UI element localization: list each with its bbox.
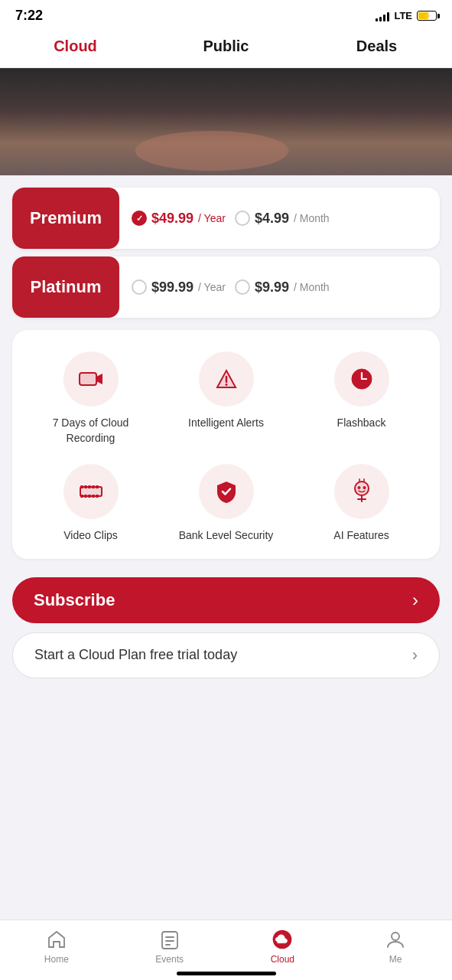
premium-card: Premium $49.99 / Year $4.99 / Month [12, 188, 440, 249]
camera-icon-circle [63, 351, 119, 407]
bottom-nav-cloud[interactable]: Cloud [226, 928, 340, 965]
premium-month-period: / Month [294, 212, 330, 224]
cloud-icon [271, 928, 294, 951]
lte-label: LTE [394, 10, 412, 21]
ai-icon [349, 479, 375, 505]
platinum-month-option[interactable]: $9.99 / Month [235, 279, 330, 296]
shield-icon-circle [199, 464, 254, 519]
svg-rect-28 [162, 932, 177, 949]
cloud-label: Cloud [271, 954, 294, 965]
platinum-month-price: $9.99 [255, 279, 289, 296]
shield-icon [213, 479, 239, 505]
top-nav: Cloud Public Deals [0, 28, 452, 68]
svg-rect-15 [80, 495, 83, 498]
tab-deals[interactable]: Deals [301, 34, 452, 58]
status-time: 7:22 [15, 8, 43, 24]
trial-button[interactable]: Start a Cloud Plan free trial today › [12, 632, 440, 678]
subscribe-arrow-icon: › [412, 590, 418, 611]
filmstrip-icon [78, 479, 104, 505]
platinum-month-period: / Month [294, 281, 330, 293]
platinum-year-option[interactable]: $99.99 / Year [132, 279, 226, 296]
feature-security: Bank Level Security [163, 464, 289, 544]
clock-icon [349, 366, 375, 392]
status-icons: LTE ⚡ [376, 10, 437, 21]
platinum-options: $99.99 / Year $9.99 / Month [119, 279, 440, 296]
svg-rect-11 [84, 485, 87, 488]
premium-label: Premium [12, 188, 119, 249]
events-icon [158, 928, 181, 951]
premium-month-radio[interactable] [235, 211, 250, 226]
svg-rect-10 [80, 485, 83, 488]
svg-rect-12 [88, 485, 91, 488]
subscribe-label: Subscribe [34, 590, 115, 610]
subscribe-button[interactable]: Subscribe › [12, 577, 440, 623]
me-icon [384, 928, 407, 951]
tab-cloud[interactable]: Cloud [0, 34, 151, 58]
features-card: 7 Days of Cloud Recording Intelligent Al… [12, 330, 440, 559]
camera-icon [78, 366, 104, 392]
feature-ai-label: AI Features [333, 528, 389, 544]
svg-rect-16 [84, 495, 87, 498]
trial-label: Start a Cloud Plan free trial today [34, 647, 237, 663]
platinum-card: Platinum $99.99 / Year $9.99 / Month [12, 256, 440, 318]
feature-videoclips-label: Video Clips [63, 528, 118, 544]
me-label: Me [389, 954, 402, 965]
filmstrip-icon-circle [63, 464, 119, 519]
premium-year-option[interactable]: $49.99 / Year [132, 211, 226, 227]
tab-public[interactable]: Public [151, 34, 301, 58]
feature-cloud-recording: 7 Days of Cloud Recording [28, 351, 154, 446]
platinum-year-price: $99.99 [151, 279, 193, 296]
bottom-nav-me[interactable]: Me [339, 928, 452, 965]
battery-icon: ⚡ [417, 11, 437, 21]
feature-ai: AI Features [298, 464, 424, 544]
svg-rect-8 [80, 487, 102, 496]
svg-point-3 [225, 384, 227, 386]
bottom-nav-home[interactable]: Home [0, 928, 113, 965]
svg-point-23 [363, 486, 366, 489]
svg-rect-19 [96, 495, 99, 498]
events-label: Events [155, 954, 184, 965]
feature-alerts-label: Intelligent Alerts [188, 416, 264, 431]
ai-icon-circle [334, 464, 389, 519]
premium-options: $49.99 / Year $4.99 / Month [119, 211, 440, 227]
premium-month-price: $4.99 [255, 211, 289, 227]
signal-icon [376, 11, 389, 21]
platinum-label: Platinum [12, 256, 119, 318]
feature-flashback-label: Flashback [337, 416, 386, 431]
svg-rect-18 [92, 495, 95, 498]
platinum-month-radio[interactable] [235, 279, 250, 295]
bottom-nav-events[interactable]: Events [113, 928, 226, 965]
svg-rect-0 [80, 373, 96, 385]
svg-point-22 [357, 486, 360, 489]
clock-icon-circle [334, 351, 389, 407]
svg-rect-14 [96, 485, 99, 488]
hero-image [0, 68, 452, 175]
trial-arrow-icon: › [412, 645, 418, 665]
features-grid: 7 Days of Cloud Recording Intelligent Al… [28, 351, 424, 544]
svg-point-33 [392, 933, 399, 940]
premium-year-price: $49.99 [151, 211, 193, 227]
feature-flashback: Flashback [298, 351, 424, 446]
pricing-section: Premium $49.99 / Year $4.99 / Month Plat… [0, 175, 452, 324]
home-label: Home [44, 954, 69, 965]
alert-icon-circle [199, 351, 254, 407]
feature-videoclips: Video Clips [28, 464, 154, 544]
premium-year-period: / Year [198, 212, 226, 224]
feature-cloud-recording-label: 7 Days of Cloud Recording [28, 416, 154, 446]
alert-icon [213, 366, 239, 392]
premium-month-option[interactable]: $4.99 / Month [235, 211, 330, 227]
premium-year-radio[interactable] [132, 211, 147, 226]
platinum-year-period: / Year [198, 281, 226, 293]
svg-rect-17 [88, 495, 91, 498]
feature-alerts: Intelligent Alerts [163, 351, 289, 446]
svg-rect-13 [92, 485, 95, 488]
subscribe-section: Subscribe › [0, 565, 452, 629]
status-bar: 7:22 LTE ⚡ [0, 0, 452, 28]
feature-security-label: Bank Level Security [179, 528, 274, 544]
home-indicator [177, 972, 276, 975]
home-icon [45, 928, 68, 951]
platinum-year-radio[interactable] [132, 279, 147, 295]
